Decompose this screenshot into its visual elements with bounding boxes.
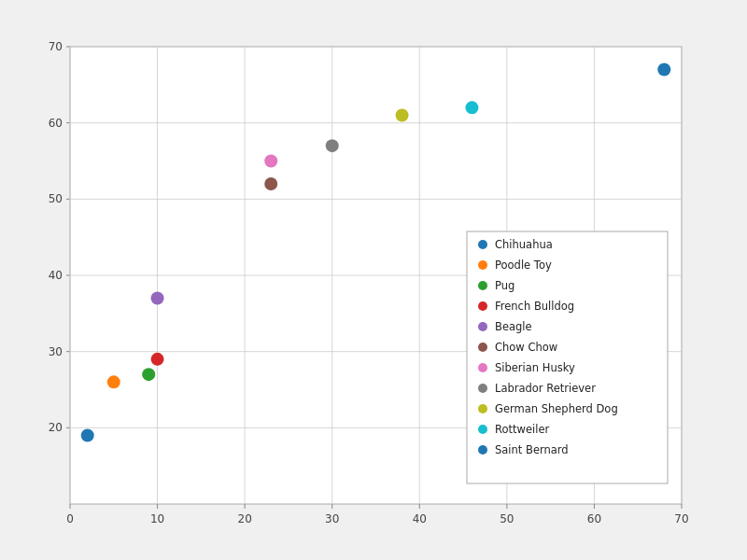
svg-text:60: 60 [587,512,601,525]
data-point[interactable] [81,429,94,442]
svg-point-57 [478,363,487,372]
svg-text:Beagle: Beagle [495,320,532,333]
svg-text:German Shepherd Dog: German Shepherd Dog [495,402,618,415]
svg-text:30: 30 [49,345,63,358]
svg-text:40: 40 [413,512,427,525]
data-point[interactable] [264,177,277,190]
svg-text:50: 50 [500,512,514,525]
svg-point-45 [478,240,487,249]
svg-point-49 [478,281,487,290]
svg-text:Labrador Retriever: Labrador Retriever [495,382,596,395]
svg-text:Saint Bernard: Saint Bernard [495,443,569,456]
svg-text:60: 60 [49,117,63,130]
svg-text:30: 30 [325,512,339,525]
svg-point-47 [478,260,487,270]
data-point[interactable] [107,375,120,388]
data-point[interactable] [142,368,155,381]
svg-text:50: 50 [49,192,63,205]
svg-point-61 [478,404,487,413]
svg-text:Poodle Toy: Poodle Toy [495,259,552,272]
chart-container: 203040506070010203040506070ChihuahuaPood… [0,0,747,560]
svg-text:Chow Chow: Chow Chow [495,341,557,354]
svg-text:Siberian Husky: Siberian Husky [495,361,575,374]
svg-point-59 [478,384,487,393]
svg-point-55 [478,343,487,352]
svg-text:70: 70 [674,512,688,525]
svg-text:40: 40 [49,269,63,282]
data-point[interactable] [151,292,164,305]
scatter-plot: 203040506070010203040506070ChihuahuaPood… [0,0,747,560]
data-point[interactable] [326,139,339,152]
svg-text:20: 20 [49,421,63,434]
svg-point-65 [478,445,487,455]
data-point[interactable] [396,109,409,122]
svg-text:0: 0 [66,512,74,525]
svg-text:70: 70 [49,40,63,53]
data-point[interactable] [465,101,478,114]
data-point[interactable] [151,353,164,366]
svg-text:French Bulldog: French Bulldog [495,300,574,313]
svg-point-51 [478,301,487,311]
svg-text:20: 20 [238,512,252,525]
svg-text:Chihuahua: Chihuahua [495,238,553,251]
svg-text:10: 10 [150,512,164,525]
data-point[interactable] [657,63,670,77]
svg-text:Rottweiler: Rottweiler [495,423,549,436]
svg-point-53 [478,322,487,331]
svg-text:Pug: Pug [495,279,514,292]
data-point[interactable] [264,155,277,168]
svg-point-63 [478,425,487,434]
